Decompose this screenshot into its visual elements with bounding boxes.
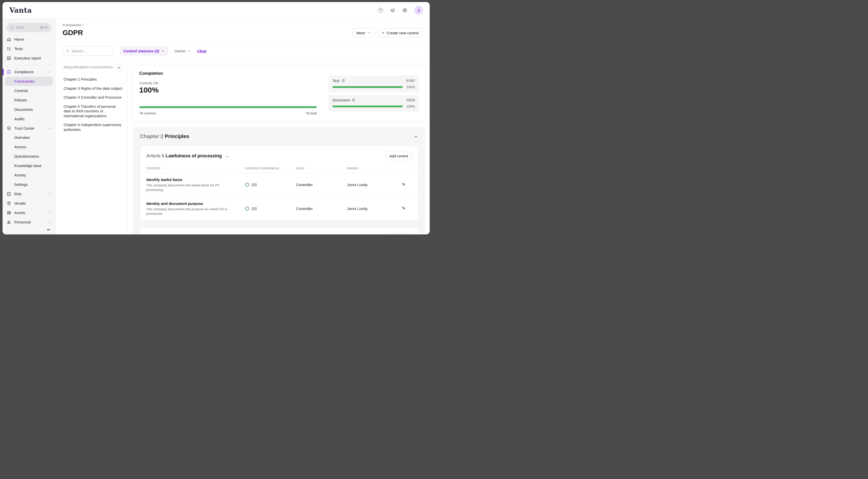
chevron-down-icon	[367, 31, 371, 35]
sidebar-item-overview[interactable]: Overview	[3, 133, 56, 142]
control-statuses-filter[interactable]: Control statuses (2)	[120, 46, 168, 56]
sidebar-item-policies[interactable]: Policies	[3, 95, 56, 105]
sidebar-item-executive-report[interactable]: Executive report	[3, 54, 56, 63]
sidebar-collapse-button[interactable]: ⇤	[3, 227, 56, 234]
chevron-up-icon[interactable]	[414, 134, 418, 139]
sidebar-item-documents[interactable]: Documents	[3, 105, 56, 114]
app-window: Vanta ? ⚙ J Find... ⌘+K	[3, 2, 430, 234]
chevron-down-icon	[161, 49, 164, 53]
add-control-button[interactable]: Add control	[386, 152, 412, 160]
test-progress-bar	[333, 86, 403, 88]
sidebar-item-vendor[interactable]: Vendor	[3, 198, 56, 208]
clear-filters-link[interactable]: Clear	[197, 49, 207, 53]
external-link-icon[interactable]	[351, 98, 355, 102]
avatar[interactable]: J	[414, 6, 423, 14]
owner-filter[interactable]: Owner	[175, 49, 191, 53]
plus-icon: +	[382, 30, 384, 35]
table-row[interactable]: Identify lawful basis The company docume…	[140, 173, 418, 197]
create-label: Create new control	[387, 31, 419, 35]
add-control-button[interactable]: Add control	[386, 233, 412, 234]
category-item[interactable]: Chapter 6 Independent supervisory author…	[64, 123, 123, 132]
megaphone-icon[interactable]	[390, 8, 395, 13]
vanta-logo: Vanta	[9, 6, 32, 14]
control-owner: Jonni Lundy	[347, 197, 401, 221]
categories-collapse-button[interactable]: ⇤	[116, 64, 123, 71]
alert-square-icon	[7, 192, 11, 196]
sidebar-item-settings[interactable]: Settings	[3, 180, 56, 189]
sidebar-item-compliance[interactable]: Compliance	[3, 67, 56, 77]
article-6-title[interactable]: Article 6 Lawfulness of processing →	[146, 153, 229, 159]
completion-percent: 100%	[139, 86, 317, 94]
control-statuses-label: Control statuses (2)	[123, 49, 159, 53]
document-value: 23/23	[406, 98, 415, 102]
clipboard-check-icon	[7, 70, 11, 74]
category-item[interactable]: Chapter 4 Controller and Processor	[64, 95, 123, 100]
sidebar-item-trust-center[interactable]: Trust Center	[3, 124, 56, 133]
app-body: Find... ⌘+K Home Tests Executive rep	[3, 19, 430, 234]
people-icon	[7, 220, 11, 224]
requirement-categories-panel: REQUIREMENT CATEGORIES ⇤ Chapter 2 Princ…	[56, 60, 127, 234]
sidebar-item-knowledge-base[interactable]: Knowledge base	[3, 161, 56, 170]
table-row[interactable]: Identity and document purpose The compan…	[140, 197, 418, 221]
main-content: Frameworks / GDPR More +	[56, 19, 430, 234]
help-icon[interactable]: ?	[378, 8, 383, 13]
completion-right: Test 57/57 100%	[329, 71, 419, 116]
cards-area: Completion Controls OK 100% 76 controls …	[127, 60, 430, 234]
sidebar-item-audits[interactable]: Audits	[3, 114, 56, 124]
controls-table: CONTROL EVIDENCE READINESS ROLE OWNER	[140, 165, 418, 221]
document-label: Document	[333, 98, 350, 102]
test-value: 57/57	[406, 79, 415, 83]
sidebar-item-controls[interactable]: Controls	[3, 86, 56, 95]
find-search[interactable]: Find... ⌘+K	[6, 23, 52, 32]
sidebar-item-assets[interactable]: Assets	[3, 208, 56, 217]
unlink-icon[interactable]	[401, 206, 406, 211]
collapse-left-icon: ⇤	[118, 66, 121, 70]
search-icon	[66, 49, 69, 53]
control-owner: Jonni Lundy	[347, 173, 401, 197]
unlink-icon[interactable]	[401, 182, 406, 187]
article-label: Article 6	[146, 153, 164, 158]
category-item[interactable]: Chapter 5 Transfers of personal data to …	[64, 104, 123, 119]
sidebar-item-risk[interactable]: Risk	[3, 189, 56, 198]
article-6-card: Article 6 Lawfulness of processing → Add…	[140, 146, 418, 221]
arrow-right-icon: →	[225, 153, 229, 158]
chevron-down-icon	[48, 127, 52, 130]
sidebar-item-questionnaires[interactable]: Questionnaires	[3, 152, 56, 161]
external-link-icon[interactable]	[341, 79, 345, 83]
sidebar-item-frameworks[interactable]: Frameworks	[5, 77, 53, 86]
breadcrumb-frameworks[interactable]: Frameworks	[63, 23, 82, 27]
document-percent: 100%	[406, 104, 415, 108]
chapter-name: Principles	[165, 133, 189, 139]
home-icon	[7, 37, 11, 42]
test-progress-card: Test 57/57 100%	[329, 76, 419, 92]
shield-check-icon	[7, 126, 11, 131]
bar-chart-icon	[7, 56, 11, 61]
search-box	[63, 46, 114, 56]
more-button[interactable]: More	[352, 28, 375, 37]
find-placeholder: Find...	[16, 25, 26, 30]
sidebar: Find... ⌘+K Home Tests Executive rep	[3, 19, 56, 234]
test-percent: 100%	[406, 85, 415, 89]
gear-icon[interactable]: ⚙	[402, 8, 407, 13]
col-owner: OWNER	[347, 165, 401, 173]
controls-total: 76 total	[306, 111, 317, 115]
sidebar-item-personnel[interactable]: Personnel	[3, 217, 56, 227]
sidebar-item-activity[interactable]: Activity	[3, 170, 56, 180]
chapter-2-section: Chapter 2 Principles Article 6	[133, 127, 425, 234]
owner-label: Owner	[175, 49, 186, 53]
search-input[interactable]	[71, 49, 111, 53]
col-evidence: EVIDENCE READINESS	[245, 165, 297, 173]
sidebar-item-label: Vendor	[14, 201, 26, 205]
control-role: Controller	[296, 197, 347, 221]
sidebar-item-home[interactable]: Home	[3, 35, 56, 44]
col-control: CONTROL	[146, 165, 245, 173]
category-item[interactable]: Chapter 3 Rights of the data subject	[64, 86, 123, 91]
completion-card: Completion Controls OK 100% 76 controls …	[133, 65, 425, 122]
chevron-down-icon	[187, 49, 191, 53]
sidebar-item-access[interactable]: Access	[3, 142, 56, 152]
sidebar-item-label: Home	[14, 37, 24, 41]
storefront-icon	[7, 201, 11, 206]
sidebar-item-tests[interactable]: Tests	[3, 44, 56, 54]
create-new-control-button[interactable]: + Create new control	[378, 28, 423, 37]
category-item[interactable]: Chapter 2 Principles	[64, 77, 123, 82]
